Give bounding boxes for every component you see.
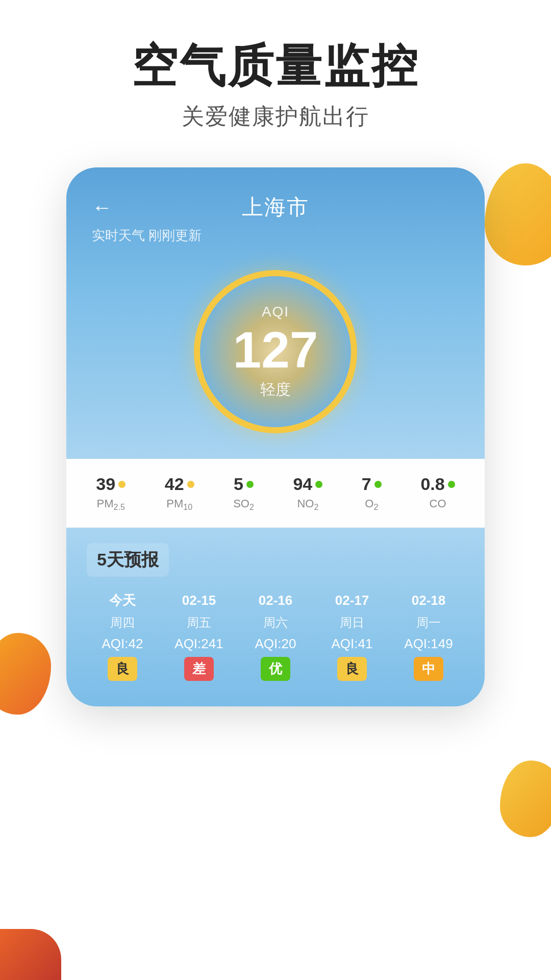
phone-card: ← 上海市 实时天气 刚刚更新 AQI 127 轻度 39PM2.542PM10… (66, 167, 485, 706)
metric-item: 0.8CO (420, 474, 455, 512)
forecast-quality-badge: 优 (261, 657, 290, 681)
page-title: 空气质量监控 (0, 41, 551, 91)
metric-item: 39PM2.5 (96, 474, 126, 512)
metric-name: CO (430, 497, 446, 510)
metric-name: PM2.5 (97, 497, 125, 512)
forecast-quality-badge: 差 (184, 657, 214, 681)
forecast-day-label: 02-16 (259, 592, 293, 609)
metric-dot (448, 481, 455, 488)
forecast-weekday: 周日 (340, 615, 364, 631)
metric-item: 42PM10 (165, 474, 194, 512)
forecast-day-item: 02-17周日AQI:41良 (316, 592, 388, 681)
phone-card-wrapper: ← 上海市 实时天气 刚刚更新 AQI 127 轻度 39PM2.542PM10… (0, 167, 551, 706)
forecast-day-label: 今天 (109, 592, 136, 609)
metric-item: 7O2 (362, 474, 382, 512)
aqi-circle: AQI 127 轻度 (194, 270, 357, 433)
back-button[interactable]: ← (92, 196, 112, 219)
metric-number: 94 (293, 474, 312, 494)
metric-name: SO2 (233, 497, 254, 512)
metric-name: O2 (365, 497, 378, 512)
forecast-day-item: 02-16周六AQI:20优 (240, 592, 311, 681)
forecast-day-item: 今天周四AQI:42良 (87, 592, 158, 681)
forecast-weekday: 周四 (110, 615, 135, 631)
forecast-weekday: 周五 (187, 615, 211, 631)
app-header: ← 上海市 实时天气 刚刚更新 AQI 127 轻度 (66, 167, 485, 459)
forecast-aqi-value: AQI:20 (255, 636, 296, 652)
forecast-weekday: 周一 (416, 615, 441, 631)
metrics-row: 39PM2.542PM105SO294NO27O20.8CO (66, 459, 485, 528)
forecast-aqi-value: AQI:42 (102, 636, 143, 652)
decorative-blob-bottom-right (500, 761, 551, 837)
page-subtitle: 关爱健康护航出行 (0, 102, 551, 132)
metric-name: NO2 (297, 497, 318, 512)
page-header: 空气质量监控 关爱健康护航出行 (0, 0, 551, 152)
forecast-day-label: 02-18 (412, 592, 446, 609)
metric-name: PM10 (166, 497, 192, 512)
nav-bar: ← 上海市 (92, 193, 459, 222)
forecast-day-item: 02-15周五AQI:241差 (163, 592, 235, 681)
metric-dot (374, 481, 382, 488)
aqi-description: 轻度 (260, 379, 291, 400)
metric-number: 39 (96, 474, 115, 494)
city-name: 上海市 (242, 193, 309, 222)
forecast-grid: 今天周四AQI:42良02-15周五AQI:241差02-16周六AQI:20优… (87, 592, 464, 681)
metric-dot (315, 481, 322, 488)
decorative-blob-bottom-corner (0, 929, 61, 980)
aqi-circle-container: AQI 127 轻度 (92, 260, 459, 459)
forecast-day-label: 02-15 (182, 592, 216, 609)
metric-number: 7 (362, 474, 371, 494)
forecast-weekday: 周六 (263, 615, 288, 631)
forecast-aqi-value: AQI:241 (174, 636, 223, 652)
forecast-quality-badge: 良 (108, 657, 137, 681)
forecast-day-item: 02-18周一AQI:149中 (393, 592, 464, 681)
forecast-aqi-value: AQI:41 (332, 636, 373, 652)
metric-dot (246, 481, 254, 488)
aqi-label: AQI (262, 304, 289, 320)
metric-number: 5 (234, 474, 243, 494)
aqi-value: 127 (233, 324, 318, 375)
forecast-quality-badge: 中 (414, 657, 443, 681)
forecast-quality-badge: 良 (337, 657, 367, 681)
metric-item: 5SO2 (233, 474, 254, 512)
forecast-aqi-value: AQI:149 (404, 636, 453, 652)
forecast-title: 5天预报 (87, 543, 169, 577)
forecast-day-label: 02-17 (335, 592, 369, 609)
metric-number: 0.8 (420, 474, 444, 494)
forecast-section: 5天预报 今天周四AQI:42良02-15周五AQI:241差02-16周六AQ… (66, 528, 485, 706)
weather-info: 实时天气 刚刚更新 (92, 227, 459, 244)
metric-dot (187, 481, 194, 488)
metric-item: 94NO2 (293, 474, 322, 512)
metric-dot (118, 481, 126, 488)
metric-number: 42 (165, 474, 184, 494)
